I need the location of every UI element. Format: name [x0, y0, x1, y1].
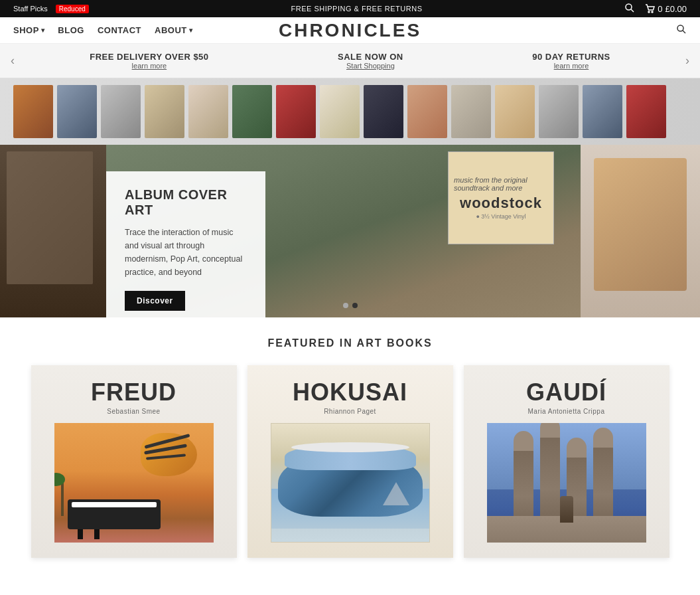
piano-icon: [68, 499, 161, 529]
main-nav: SHOP ▾ BLOG CONTACT ABOUT ▾ CHRONICLES: [0, 17, 700, 44]
svg-line-5: [683, 31, 685, 33]
next-arrow[interactable]: ›: [675, 54, 700, 68]
staff-picks-link[interactable]: Staff Picks: [13, 5, 48, 13]
shelf-item-13: [539, 85, 579, 138]
nav-right: [676, 24, 687, 37]
cart-count: 0: [658, 4, 662, 14]
top-bar-center: FREE SHIPPING & FREE RETURNS: [89, 5, 624, 13]
book-title-freud: FREUD: [91, 379, 176, 406]
shelf-item-5: [188, 85, 228, 138]
book-cover-hokusai: HOKUSAI Rhiannon Paget: [247, 365, 453, 558]
svg-line-1: [631, 9, 634, 12]
search-icon-nav[interactable]: [676, 24, 687, 37]
freud-illustration: [54, 423, 214, 543]
book-title-gaudi: GAUDÍ: [526, 379, 606, 406]
gaudi-illustration: [487, 423, 646, 543]
book-card-gaudi[interactable]: GAUDÍ Maria Antonietta Crippa: [464, 365, 669, 558]
banner-subtitle-1[interactable]: Start Shopping: [338, 62, 403, 70]
hero-title: ALBUM COVER ART: [125, 187, 247, 218]
top-bar-right: 0 £0.00: [624, 3, 687, 15]
hero-left-panel: [0, 145, 106, 317]
top-bar: Staff Picks Reduced FREE SHIPPING & FREE…: [0, 0, 700, 17]
featured-title: FEATURED IN ART BOOKS: [13, 337, 687, 349]
svg-point-0: [626, 4, 632, 10]
prev-arrow[interactable]: ‹: [0, 54, 25, 68]
banner-subtitle-0[interactable]: learn more: [90, 62, 208, 70]
info-banner-items: FREE DELIVERY OVER $50 learn more SALE N…: [25, 52, 675, 70]
woodstock-album: music from the original soundtrack and m…: [448, 151, 554, 244]
palm-tree-icon: [61, 483, 64, 516]
cart-area[interactable]: 0 £0.00: [644, 3, 687, 14]
shelf-item-10: [407, 85, 447, 138]
book-author-hokusai: Rhiannon Paget: [324, 408, 376, 415]
cart-price: £0.00: [665, 4, 687, 14]
reduced-badge[interactable]: Reduced: [56, 5, 89, 13]
shelf-item-6: [232, 85, 272, 138]
book-cover-freud: FREUD Sebastian Smee: [31, 365, 237, 558]
nav-left: SHOP ▾ BLOG CONTACT ABOUT ▾: [13, 25, 192, 35]
nav-item-blog[interactable]: BLOG: [58, 25, 84, 35]
book-author-gaudi: Maria Antonietta Crippa: [527, 408, 604, 415]
shelf-item-14: [583, 85, 622, 138]
shelf-item-3: [101, 85, 141, 138]
shelf-item-7: [276, 85, 316, 138]
nav-item-contact[interactable]: CONTACT: [98, 25, 141, 35]
svg-point-2: [648, 11, 650, 13]
banner-title-0: FREE DELIVERY OVER $50: [90, 52, 208, 62]
site-title[interactable]: CHRONICLES: [279, 20, 421, 41]
piano-leg-1: [78, 529, 83, 539]
banner-title-1: SALE NOW ON: [338, 52, 403, 62]
hero-shelf: [0, 78, 700, 145]
tower-top-2: [540, 423, 560, 438]
about-chevron-icon: ▾: [189, 27, 193, 34]
book-card-freud[interactable]: FREUD Sebastian Smee: [31, 365, 237, 558]
shelf-item-4: [145, 85, 184, 138]
tower-top-1: [514, 431, 533, 451]
piano-leg-2: [94, 529, 100, 539]
shelf-item-8: [320, 85, 360, 138]
info-banner-item-1: SALE NOW ON Start Shopping: [338, 52, 403, 70]
nav-item-about[interactable]: ABOUT ▾: [155, 25, 192, 35]
svg-point-3: [652, 11, 653, 13]
book-cover-gaudi: GAUDÍ Maria Antonietta Crippa: [464, 365, 669, 558]
shelf-item-2: [57, 85, 97, 138]
book-grid: FREUD Sebastian Smee: [13, 365, 687, 558]
info-banner: ‹ FREE DELIVERY OVER $50 learn more SALE…: [0, 44, 700, 78]
shelf-item-9: [364, 85, 403, 138]
shelf-item-11: [451, 85, 491, 138]
gaudi-figure: [560, 496, 573, 523]
shelf-item-12: [495, 85, 535, 138]
nav-item-shop[interactable]: SHOP ▾: [13, 25, 44, 35]
tower-top-4: [593, 428, 613, 448]
featured-section: FEATURED IN ART BOOKS FREUD Sebastian Sm…: [0, 317, 700, 571]
hero-right-panel: [581, 145, 700, 317]
dot-2[interactable]: [352, 303, 358, 308]
hero-description: Trace the interaction of music and visua…: [125, 226, 247, 279]
wave-foam: [291, 442, 409, 452]
hokusai-illustration: [271, 423, 430, 543]
fuji-icon: [383, 482, 409, 505]
svg-point-4: [677, 25, 683, 31]
book-author-freud: Sebastian Smee: [107, 408, 160, 415]
top-bar-left: Staff Picks Reduced: [13, 5, 89, 13]
hero-content-box: ALBUM COVER ART Trace the interaction of…: [106, 171, 265, 317]
hero-discover-button[interactable]: Discover: [125, 291, 185, 311]
info-banner-item-2: 90 DAY RETURNS learn more: [532, 52, 610, 70]
shelf-item-1: [13, 85, 53, 138]
main-nav-wrapper: SHOP ▾ BLOG CONTACT ABOUT ▾ CHRONICLES: [0, 17, 700, 44]
dot-1[interactable]: [343, 303, 348, 308]
search-icon-top[interactable]: [624, 3, 635, 15]
hero-dots: [343, 303, 358, 308]
book-card-hokusai[interactable]: HOKUSAI Rhiannon Paget: [247, 365, 453, 558]
hero-section: music from the original soundtrack and m…: [0, 78, 700, 317]
tower-top-3: [567, 438, 587, 458]
shelf-item-15: [626, 85, 666, 138]
banner-title-2: 90 DAY RETURNS: [532, 52, 610, 62]
shop-chevron-icon: ▾: [41, 27, 45, 34]
banner-subtitle-2[interactable]: learn more: [532, 62, 610, 70]
info-banner-item-0: FREE DELIVERY OVER $50 learn more: [90, 52, 208, 70]
book-title-hokusai: HOKUSAI: [293, 379, 407, 406]
